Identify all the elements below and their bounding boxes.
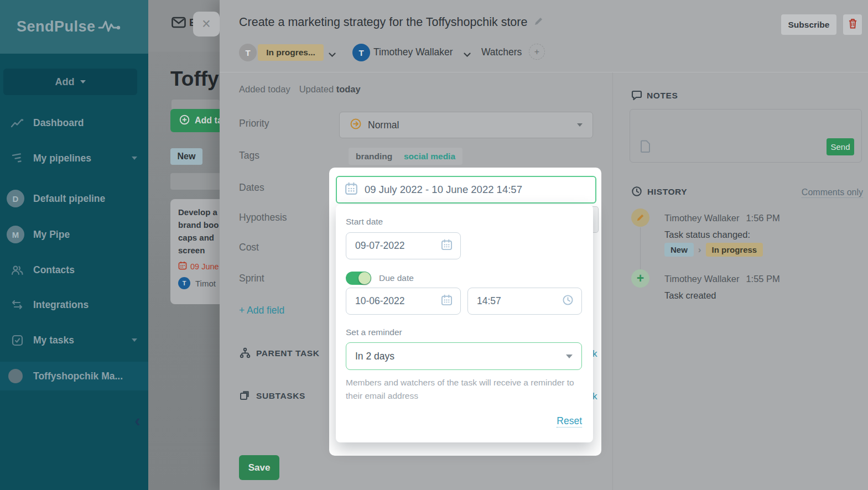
subtasks-icon: [240, 390, 250, 403]
start-date-value: 09-07-2022: [355, 240, 405, 252]
integrations-icon: [10, 300, 24, 310]
chevron-down-icon[interactable]: [464, 49, 471, 59]
priority-select[interactable]: Normal: [339, 112, 593, 138]
sidebar-header: SendPulse: [0, 0, 148, 54]
added-date: Added today: [239, 84, 290, 95]
modal-header: [220, 0, 868, 72]
toggle-knob: [358, 272, 371, 284]
calendar-icon: [178, 261, 187, 272]
dates-label: Dates: [239, 182, 264, 194]
due-date-toggle[interactable]: [346, 272, 371, 285]
notes-icon: [631, 90, 642, 103]
comments-only-filter[interactable]: Comments only: [802, 187, 863, 198]
reminder-select[interactable]: In 2 days: [346, 342, 582, 370]
column-header-badge: New: [170, 148, 202, 165]
sidebar-item-label: Contacts: [33, 264, 75, 276]
pipeline-dot-icon: [8, 369, 23, 383]
chevron-down-icon: [80, 80, 86, 84]
due-date-input[interactable]: 10-06-2022: [346, 288, 461, 315]
send-button[interactable]: Send: [827, 138, 854, 155]
link-action-fragment: k: [592, 348, 597, 359]
reset-link[interactable]: Reset: [557, 415, 582, 428]
tag-badge[interactable]: social media: [397, 148, 462, 165]
board-title: Toffy: [170, 67, 219, 91]
sidebar-item-dashboard[interactable]: Dashboard: [0, 108, 148, 137]
history-author: Timothey Wallaker: [664, 274, 739, 284]
add-button[interactable]: Add: [3, 69, 137, 95]
sidebar-item-contacts[interactable]: Contacts: [0, 256, 148, 284]
note-input[interactable]: Send: [630, 109, 862, 163]
status-to-badge: In progress: [706, 243, 763, 257]
sidebar-item-default-pipeline[interactable]: D Default pipeline: [0, 184, 148, 213]
avatar: T: [239, 44, 257, 61]
history-connector-line: [640, 227, 641, 269]
due-time-value: 14:57: [477, 295, 501, 307]
start-date-input[interactable]: 09-07-2022: [346, 232, 461, 259]
history-time: 1:56 PM: [746, 213, 779, 223]
card-due-date: 09 June: [190, 262, 219, 271]
add-field-link[interactable]: + Add field: [239, 305, 284, 316]
sidebar: SendPulse Add Dashboard My pipelines D D…: [0, 0, 148, 490]
subscribe-label: Subscribe: [788, 20, 830, 30]
avatar: T: [178, 277, 190, 289]
sidebar-item-my-pipe[interactable]: M My Pipe: [0, 220, 148, 249]
date-range-input[interactable]: 09 July 2022 - 10 June 2022 14:57: [336, 176, 596, 204]
sidebar-collapse-button[interactable]: ‹: [134, 410, 141, 431]
history-header: HISTORY: [647, 187, 687, 197]
updated-value: today: [336, 84, 361, 94]
card-assignee: Timot: [195, 279, 216, 288]
sidebar-item-toffyshopchik[interactable]: Toffyshopchik Ma...: [0, 362, 148, 390]
sidebar-item-label: Dashboard: [33, 117, 84, 129]
subscribe-button[interactable]: Subscribe: [781, 14, 836, 35]
reminder-label: Set a reminder: [346, 327, 402, 337]
pulse-icon: [98, 19, 121, 35]
history-entry-text: Task status changed:: [664, 230, 750, 240]
priority-label: Priority: [239, 118, 269, 129]
save-button[interactable]: Save: [239, 455, 279, 480]
history-time: 1:55 PM: [746, 274, 779, 284]
sidebar-item-my-tasks[interactable]: My tasks: [0, 326, 148, 355]
right-panel: NOTES Send HISTORY Comments only Timothe…: [612, 72, 868, 490]
add-watcher-button[interactable]: +: [529, 44, 545, 60]
sidebar-item-label: Integrations: [33, 299, 89, 311]
avatar: D: [7, 190, 24, 207]
circle-plus-icon: [179, 114, 190, 127]
calendar-icon: [441, 239, 453, 253]
sendpulse-crm-app: SendPulse Add Dashboard My pipelines D D…: [0, 0, 868, 490]
cost-label: Cost: [239, 242, 259, 253]
status-badge[interactable]: In progres...: [258, 44, 324, 61]
watchers-label: Watchers: [481, 46, 522, 58]
hypothesis-input-fragment: [592, 206, 599, 233]
datepicker-panel: Start date 09-07-2022 Due date 10-06-202…: [336, 205, 593, 442]
close-modal-button[interactable]: ×: [193, 12, 220, 37]
envelope-icon: [171, 17, 186, 30]
attach-file-icon[interactable]: [640, 140, 651, 155]
history-edit-icon: [631, 208, 649, 227]
parent-task-icon: [240, 347, 251, 361]
subtasks-label: SUBTASKS: [256, 391, 305, 401]
avatar: M: [7, 226, 24, 243]
delete-task-button[interactable]: [843, 14, 862, 35]
trash-icon: [848, 18, 857, 31]
history-entry-head: Timothey Wallaker 1:56 PM: [664, 213, 780, 223]
tags-label: Tags: [239, 150, 259, 161]
save-label: Save: [248, 462, 271, 473]
sidebar-item-my-pipelines[interactable]: My pipelines: [0, 144, 148, 173]
sidebar-item-label: My pipelines: [33, 153, 91, 164]
sendpulse-logo: SendPulse: [17, 18, 96, 35]
edit-pencil-icon[interactable]: [534, 15, 543, 29]
sidebar-item-integrations[interactable]: Integrations: [0, 290, 148, 319]
reminder-help-text: Members and watchers of the task will re…: [346, 376, 580, 403]
assignee-name[interactable]: Timothey Wallaker: [373, 46, 453, 58]
updated-label: Updated: [299, 84, 334, 94]
calendar-icon: [345, 182, 358, 197]
priority-normal-icon: [350, 118, 362, 132]
clock-icon: [562, 294, 574, 309]
chevron-down-icon: [132, 157, 137, 160]
tag-badge[interactable]: branding: [349, 148, 399, 165]
due-time-input[interactable]: 14:57: [467, 288, 582, 315]
datepicker-popup: k k 09 July 2022 - 10 June 2022 14:57 St…: [329, 168, 601, 456]
date-range-value: 09 July 2022 - 10 June 2022 14:57: [365, 184, 522, 196]
chevron-down-icon[interactable]: [329, 49, 336, 59]
contacts-icon: [10, 264, 24, 275]
